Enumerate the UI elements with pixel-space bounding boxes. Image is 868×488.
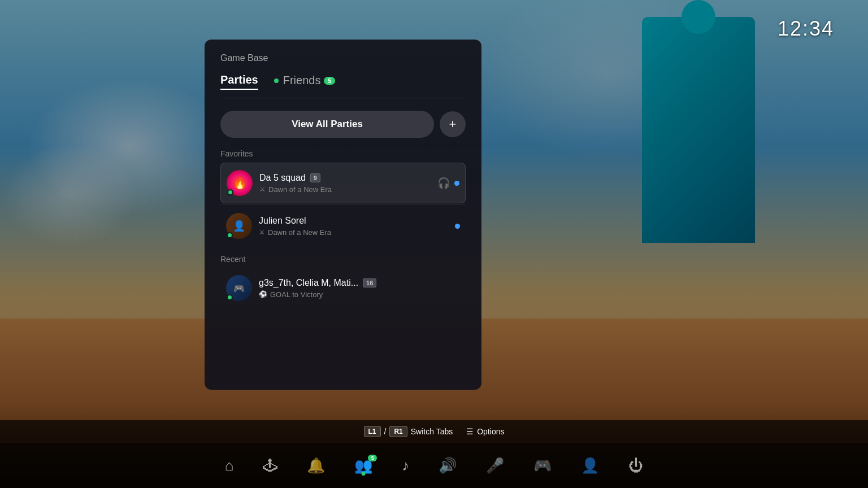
r1-tag: R1 [389,426,407,437]
nav-mic[interactable]: 🎤 [486,457,504,474]
mic-icon: 🎤 [486,457,504,474]
tab-parties[interactable]: Parties [220,73,258,90]
home-icon: ⌂ [225,457,234,474]
add-party-button[interactable]: + [440,111,466,137]
clock: 12:34 [778,17,834,41]
game-name-da5: Dawn of a New Era [268,185,332,194]
game-name-g3s: GOAL to Victory [270,290,323,299]
item-info-da5: Da 5 squad 9 ⚔ Dawn of a New Era [259,173,431,194]
view-all-parties-button[interactable]: View All Parties [220,111,434,138]
nav-music[interactable]: ♪ [402,457,409,474]
profile-icon: 👤 [581,457,599,474]
avatar-wrap-g3s: 🎮 [226,275,252,301]
item-name-da5: Da 5 squad [259,173,306,183]
avatar-online-dot-julien [227,232,233,238]
bottom-nav-bar: ⌂ 🕹 🔔 👥 5 ♪ 🔊 🎤 🎮 👤 ⏻ [0,443,868,488]
nav-home[interactable]: ⌂ [225,457,234,474]
avatar-online-dot-da5 [227,189,233,195]
member-badge-g3s: 16 [363,278,376,287]
gamepad-icon: 🕹 [263,457,277,474]
friends-badge: 5 [324,77,335,85]
blue-dot-da5 [454,181,459,186]
item-name-g3s: g3s_7th, Clelia M, Mati... [259,278,358,288]
blue-dot-julien [455,224,460,229]
hint-bar: L1 / R1 Switch Tabs ☰ Options [0,420,868,443]
music-icon: ♪ [402,457,409,474]
avatar-online-dot-g3s [227,294,233,300]
nav-power[interactable]: ⏻ [628,457,643,474]
item-name-row-julien: Julien Sorel [259,216,448,226]
party-item-julien[interactable]: 👤 Julien Sorel ⚔ Dawn of a New Era [220,206,466,246]
item-sub-da5: ⚔ Dawn of a New Era [259,185,431,194]
item-sub-g3s: ⚽ GOAL to Victory [259,290,460,299]
options-label: Options [477,427,504,436]
item-info-julien: Julien Sorel ⚔ Dawn of a New Era [259,216,448,237]
tab-friends[interactable]: Friends 5 [274,74,336,89]
item-name-row-g3s: g3s_7th, Clelia M, Mati... 16 [259,278,460,288]
item-actions-da5: 🎧 [437,177,459,189]
favorites-label: Favorites [220,149,466,158]
party-item-da5squad[interactable]: 🔥 Da 5 squad 9 ⚔ Dawn of a New Era 🎧 [220,163,466,203]
options-icon: ☰ [466,427,474,436]
party-item-g3s[interactable]: 🎮 g3s_7th, Clelia M, Mati... 16 ⚽ GOAL t… [220,268,466,308]
game-name-julien: Dawn of a New Era [268,228,331,237]
nav-icons-row: ⌂ 🕹 🔔 👥 5 ♪ 🔊 🎤 🎮 👤 ⏻ [0,457,868,474]
tab-friends-label: Friends [283,74,321,87]
member-badge-da5: 9 [310,173,320,182]
nav-friends[interactable]: 👥 5 [354,457,372,474]
bell-icon: 🔔 [307,457,325,474]
hint-options: ☰ Options [466,427,504,436]
nav-gamepad[interactable]: 🕹 [263,457,277,474]
game-icon-g3s: ⚽ [259,290,267,298]
nav-profile[interactable]: 👤 [581,457,599,474]
volume-icon: 🔊 [439,457,457,474]
nav-friends-online [362,472,366,476]
nav-bell[interactable]: 🔔 [307,457,325,474]
headset-icon-da5: 🎧 [437,177,450,189]
avatar-wrap-julien: 👤 [226,213,252,239]
view-all-row: View All Parties + [220,111,466,138]
item-actions-julien [455,224,460,229]
power-icon: ⏻ [628,457,643,474]
panel-title: Game Base [220,53,466,63]
avatar-wrap-da5: 🔥 [227,170,253,196]
nav-friends-badge: 5 [368,455,377,461]
tabs-bar: Parties Friends 5 [220,73,466,98]
l1-tag: L1 [364,426,381,437]
game-icon-julien: ⚔ [259,228,265,236]
game-base-panel: Game Base Parties Friends 5 View All Par… [205,40,481,390]
game-icon-da5: ⚔ [259,185,266,193]
hint-separator: / [384,427,387,436]
nav-volume[interactable]: 🔊 [439,457,457,474]
item-name-julien: Julien Sorel [259,216,306,226]
recent-label: Recent [220,255,466,264]
item-info-g3s: g3s_7th, Clelia M, Mati... 16 ⚽ GOAL to … [259,278,460,299]
nav-controller[interactable]: 🎮 [533,457,552,474]
controller-icon: 🎮 [533,457,552,474]
divider-1 [220,204,466,205]
switch-tabs-label: Switch Tabs [411,427,453,436]
hint-switch-tabs: L1 / R1 Switch Tabs [364,426,453,437]
item-name-row-da5: Da 5 squad 9 [259,173,431,183]
friends-online-dot [274,79,279,83]
item-sub-julien: ⚔ Dawn of a New Era [259,228,448,237]
